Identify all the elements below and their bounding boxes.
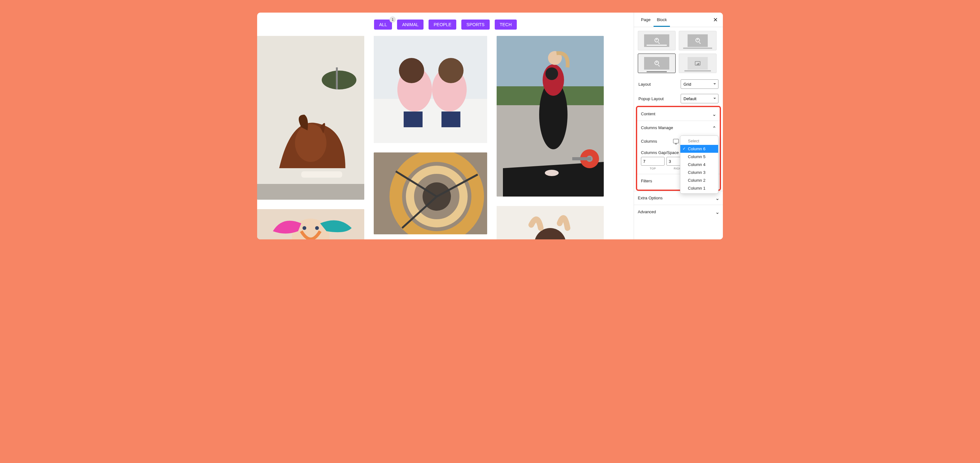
columns-dropdown: Select Column 6 Column 5 Column 4 Column… (680, 135, 719, 194)
svg-point-15 (438, 58, 463, 83)
svg-point-1 (322, 71, 356, 89)
dropdown-option[interactable]: Column 1 (680, 184, 718, 192)
svg-rect-31 (572, 157, 591, 160)
dropdown-option[interactable]: Column 3 (680, 168, 718, 176)
filter-animal[interactable]: ANIMAL (397, 19, 423, 30)
filter-badge: 1 (390, 16, 396, 23)
filter-label: TECH (500, 22, 512, 27)
filter-label: SPORTS (466, 22, 484, 27)
settings-sidebar: Page Block ✕ Layout Grid Popup Layout (634, 13, 723, 239)
filter-label: PEOPLE (434, 22, 451, 27)
popup-layout-label: Popup Layout (638, 97, 663, 101)
gap-top-caption: TOP (641, 167, 665, 170)
popup-layout-row: Popup Layout Default (634, 91, 723, 106)
columns-gap-label: Columns Gap/Space (641, 150, 679, 155)
filter-sports[interactable]: SPORTS (461, 19, 489, 30)
layout-preview[interactable] (638, 31, 676, 51)
dropdown-option[interactable]: Column 6 (680, 145, 718, 153)
filter-all[interactable]: ALL 1 (374, 19, 392, 30)
panel-advanced[interactable]: Advanced (634, 205, 723, 219)
svg-point-35 (546, 67, 558, 80)
gallery-image[interactable] (496, 206, 604, 239)
svg-rect-5 (257, 184, 364, 200)
svg-point-14 (399, 58, 424, 83)
gallery-image[interactable] (374, 152, 487, 234)
chevron-down-icon (712, 112, 716, 116)
dropdown-header: Select (680, 137, 718, 145)
svg-rect-16 (404, 111, 423, 127)
gallery-column (374, 36, 487, 239)
dropdown-option[interactable]: Column 5 (680, 153, 718, 161)
dropdown-option[interactable]: Column 2 (680, 176, 718, 184)
editor-canvas: ALL 1 ANIMAL PEOPLE SPORTS TECH (257, 13, 634, 239)
layout-previews (634, 27, 723, 77)
filter-label: ALL (379, 22, 387, 27)
panel-columns-manage[interactable]: Columns Manage (637, 121, 720, 135)
app-window: ALL 1 ANIMAL PEOPLE SPORTS TECH (257, 13, 723, 239)
responsive-icon[interactable] (673, 139, 679, 143)
gallery-grid (257, 33, 634, 239)
sidebar-tabs: Page Block ✕ (634, 13, 723, 27)
svg-rect-17 (441, 111, 460, 127)
layout-select[interactable]: Grid (681, 79, 719, 89)
svg-point-9 (315, 226, 319, 230)
panel-content[interactable]: Content (637, 107, 720, 121)
filter-tech[interactable]: TECH (495, 19, 517, 30)
gap-top-input[interactable] (641, 157, 665, 166)
panel-label: Advanced (638, 209, 656, 214)
chevron-up-icon (712, 126, 716, 130)
panel-label: Filters (641, 179, 652, 183)
chevron-down-icon (715, 196, 719, 200)
gallery-image[interactable] (496, 36, 604, 197)
svg-point-8 (302, 226, 306, 230)
panel-label: Content (641, 111, 655, 116)
gallery-column (496, 36, 604, 239)
svg-rect-2 (336, 67, 338, 89)
svg-rect-4 (301, 171, 342, 178)
layout-preview[interactable] (679, 54, 717, 73)
layout-preview-selected[interactable] (638, 54, 676, 73)
filter-bar: ALL 1 ANIMAL PEOPLE SPORTS TECH (257, 13, 634, 33)
gallery-image[interactable] (257, 36, 364, 200)
close-icon: ✕ (713, 17, 718, 23)
filter-people[interactable]: PEOPLE (428, 19, 456, 30)
tab-block[interactable]: Block (654, 13, 670, 27)
panel-label: Columns Manage (641, 125, 673, 130)
close-sidebar-button[interactable]: ✕ (712, 15, 719, 25)
dropdown-option[interactable]: Column 4 (680, 161, 718, 168)
layout-row: Layout Grid (634, 77, 723, 91)
layout-label: Layout (638, 82, 651, 87)
tab-page[interactable]: Page (638, 13, 654, 27)
popup-layout-select[interactable]: Default (681, 94, 719, 103)
panel-label: Extra Options (638, 196, 663, 200)
gallery-image[interactable] (374, 36, 487, 143)
svg-rect-11 (374, 99, 487, 143)
svg-point-36 (545, 170, 559, 176)
chevron-down-icon (715, 210, 719, 214)
gallery-image[interactable] (257, 209, 364, 239)
filter-label: ANIMAL (402, 22, 418, 27)
columns-label: Columns (641, 139, 671, 144)
layout-preview[interactable] (679, 31, 717, 51)
gallery-column (257, 36, 364, 239)
